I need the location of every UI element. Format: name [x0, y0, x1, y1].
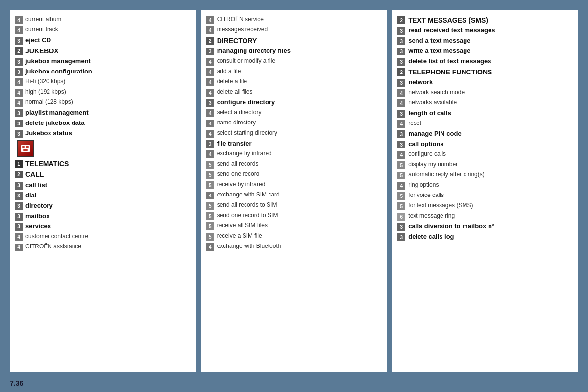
badge-level-4: 4	[206, 109, 214, 117]
item-label: consult or modify a file	[217, 57, 275, 65]
badge-level-2: 2	[15, 171, 23, 178]
badge-level-4: 4	[15, 99, 23, 107]
list-item: 4messages received	[206, 26, 382, 34]
list-item: 5automatic reply after x ring(s)	[397, 171, 573, 179]
list-item: 3managing directory files	[206, 47, 382, 55]
badge-level-2: 2	[397, 16, 405, 24]
item-label: services	[25, 222, 51, 231]
badge-level-3: 3	[397, 58, 405, 66]
item-label: configure calls	[408, 150, 446, 158]
list-item: 4delete a file	[206, 78, 382, 86]
list-item: 2DIRECTORY	[206, 36, 382, 45]
badge-level-5: 5	[397, 192, 405, 200]
item-label: text message ring	[408, 212, 455, 220]
item-label: select starting directory	[217, 129, 277, 137]
badge-level-5: 5	[206, 181, 214, 189]
list-item: 3Jukebox status	[15, 129, 191, 138]
badge-level-4: 4	[206, 150, 214, 158]
list-item: 4high (192 kbps)	[15, 88, 191, 97]
badge-level-4: 4	[206, 68, 214, 76]
item-label: call options	[408, 140, 443, 148]
item-label: directory	[25, 202, 53, 210]
item-label: exchange with Bluetooth	[217, 243, 281, 250]
badge-level-4: 4	[206, 58, 214, 66]
badge-level-4: 4	[206, 130, 214, 138]
list-item: 3jukebox management	[15, 57, 191, 66]
telematics-icon	[17, 140, 191, 157]
item-label: dial	[25, 192, 36, 200]
item-label: write a text message	[408, 47, 470, 55]
item-label: exchange by infrared	[217, 150, 272, 158]
badge-level-5: 5	[206, 233, 214, 241]
list-item: 5send all records to SIM	[206, 201, 382, 210]
badge-level-4: 4	[206, 89, 214, 97]
list-item: 3mailbox	[15, 212, 191, 220]
badge-level-3: 3	[397, 233, 405, 241]
badge-level-3: 3	[15, 68, 23, 76]
list-item: 3call list	[15, 181, 191, 190]
badge-level-5: 5	[397, 161, 405, 169]
list-item: 3call options	[397, 140, 573, 148]
item-label: playlist management	[25, 109, 89, 117]
item-label: Jukebox status	[25, 129, 72, 138]
list-item: 4current track	[15, 26, 191, 34]
list-item: 4Hi-fi (320 kbps)	[15, 78, 191, 86]
list-item: 4exchange with Bluetooth	[206, 243, 382, 251]
item-label: receive a SIM file	[217, 232, 262, 240]
badge-level-3: 3	[15, 213, 23, 220]
list-item: 2TEXT MESSAGES (SMS)	[397, 16, 573, 24]
item-label: network search mode	[408, 89, 465, 97]
list-item: 3network	[397, 78, 573, 87]
badge-level-2: 2	[15, 47, 23, 55]
item-label: display my number	[408, 161, 458, 169]
page-number: 7.36	[10, 379, 23, 387]
item-label: eject CD	[25, 36, 51, 45]
list-item: 5send all records	[206, 160, 382, 169]
list-item: 5for voice calls	[397, 192, 573, 200]
list-item: 4configure calls	[397, 150, 573, 159]
list-item: 4network search mode	[397, 89, 573, 97]
list-item: 3playlist management	[15, 109, 191, 117]
badge-level-3: 3	[15, 182, 23, 190]
badge-level-3: 3	[15, 37, 23, 45]
list-item: 3file transfer	[206, 140, 382, 148]
list-item: 3manage PIN code	[397, 130, 573, 138]
list-item: 4ring options	[397, 181, 573, 190]
badge-level-4: 4	[206, 26, 214, 34]
list-item: 4exchange with SIM card	[206, 191, 382, 199]
item-label: send all records	[217, 160, 259, 168]
badge-level-2: 2	[397, 68, 405, 76]
item-label: ring options	[408, 181, 439, 189]
badge-level-3: 3	[15, 130, 23, 138]
item-label: TELEPHONE FUNCTIONS	[408, 68, 492, 76]
item-label: networks available	[408, 99, 457, 107]
list-item: 5receive a SIM file	[206, 232, 382, 241]
list-item: 5send one record	[206, 171, 382, 179]
list-item: 3read received text messages	[397, 26, 573, 35]
badge-level-3: 3	[15, 192, 23, 200]
badge-level-5: 5	[206, 171, 214, 179]
item-label: normal (128 kbps)	[25, 98, 73, 106]
list-item: 4name directory	[206, 119, 382, 127]
list-item: 2TELEPHONE FUNCTIONS	[397, 68, 573, 76]
item-label: exchange with SIM card	[217, 191, 280, 199]
list-item: 3write a text message	[397, 47, 573, 55]
list-item: 3send a text message	[397, 37, 573, 45]
badge-level-4: 4	[206, 16, 214, 24]
item-label: delete calls log	[408, 233, 454, 241]
list-item: 4networks available	[397, 99, 573, 107]
badge-level-3: 3	[15, 223, 23, 231]
badge-level-4: 4	[15, 78, 23, 86]
item-label: DIRECTORY	[217, 36, 257, 45]
badge-level-4: 4	[15, 233, 23, 241]
columns-container: 4current album4current track3eject CD2JU…	[0, 0, 588, 392]
item-label: CITROËN assistance	[25, 243, 81, 251]
badge-level-5: 5	[206, 222, 214, 230]
item-label: TELEMATICS	[25, 159, 69, 168]
item-label: for text messages (SMS)	[408, 202, 473, 210]
badge-level-4: 4	[206, 78, 214, 86]
badge-level-4: 4	[206, 243, 214, 251]
badge-level-3: 3	[206, 99, 214, 107]
item-label: jukebox configuration	[25, 68, 92, 76]
badge-level-4: 4	[206, 192, 214, 199]
